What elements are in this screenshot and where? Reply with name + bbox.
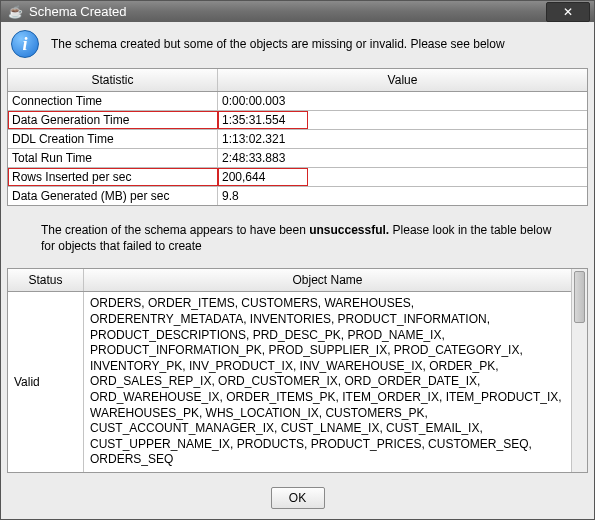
scrollbar[interactable] [571, 269, 587, 472]
message-text: The schema created but some of the objec… [51, 37, 505, 51]
stats-cell-statistic: Connection Time [8, 92, 218, 110]
note-text: The creation of the schema appears to ha… [1, 212, 594, 268]
content-area: i The schema created but some of the obj… [1, 22, 594, 519]
stats-cell-statistic: Data Generation Time [8, 111, 218, 129]
dialog-window: ☕ Schema Created ✕ i The schema created … [0, 0, 595, 520]
objects-header: Status Object Name [8, 269, 571, 292]
stats-cell-statistic: Data Generated (MB) per sec [8, 187, 218, 205]
button-row: OK [1, 479, 594, 519]
stats-row: Rows Inserted per sec200,644 [8, 168, 587, 187]
objects-cell-name: ORDERS, ORDER_ITEMS, CUSTOMERS, WAREHOUS… [84, 292, 571, 472]
close-icon: ✕ [563, 5, 573, 19]
objects-table: Status Object Name ValidORDERS, ORDER_IT… [8, 269, 571, 472]
close-button[interactable]: ✕ [546, 2, 590, 22]
stats-cell-statistic: Rows Inserted per sec [8, 168, 218, 186]
stats-col-value: Value [218, 69, 587, 91]
stats-row: Total Run Time2:48:33.883 [8, 149, 587, 168]
stats-row: Data Generation Time1:35:31.554 [8, 111, 587, 130]
stats-header: Statistic Value [8, 69, 587, 92]
titlebar: ☕ Schema Created ✕ [1, 1, 594, 22]
stats-cell-value: 9.8 [218, 187, 587, 205]
stats-row: Data Generated (MB) per sec9.8 [8, 187, 587, 205]
java-icon: ☕ [7, 4, 23, 20]
stats-cell-value: 1:35:31.554 [218, 111, 308, 129]
stats-row: Connection Time0:00:00.003 [8, 92, 587, 111]
note-pre: The creation of the schema appears to ha… [41, 223, 309, 237]
message-row: i The schema created but some of the obj… [1, 22, 594, 66]
stats-cell-value: 1:13:02.321 [218, 130, 587, 148]
stats-row: DDL Creation Time1:13:02.321 [8, 130, 587, 149]
ok-button[interactable]: OK [271, 487, 325, 509]
stats-cell-value: 2:48:33.883 [218, 149, 587, 167]
objects-panel: Status Object Name ValidORDERS, ORDER_IT… [7, 268, 588, 473]
stats-col-statistic: Statistic [8, 69, 218, 91]
objects-cell-status: Valid [8, 292, 84, 472]
stats-cell-value: 0:00:00.003 [218, 92, 587, 110]
objects-col-name: Object Name [84, 269, 571, 291]
scroll-thumb[interactable] [574, 271, 585, 323]
stats-cell-statistic: Total Run Time [8, 149, 218, 167]
stats-cell-statistic: DDL Creation Time [8, 130, 218, 148]
note-bold: unsuccessful. [309, 223, 389, 237]
info-icon: i [11, 30, 39, 58]
stats-table: Statistic Value Connection Time0:00:00.0… [7, 68, 588, 206]
window-title: Schema Created [29, 4, 546, 19]
stats-cell-value: 200,644 [218, 168, 308, 186]
objects-col-status: Status [8, 269, 84, 291]
